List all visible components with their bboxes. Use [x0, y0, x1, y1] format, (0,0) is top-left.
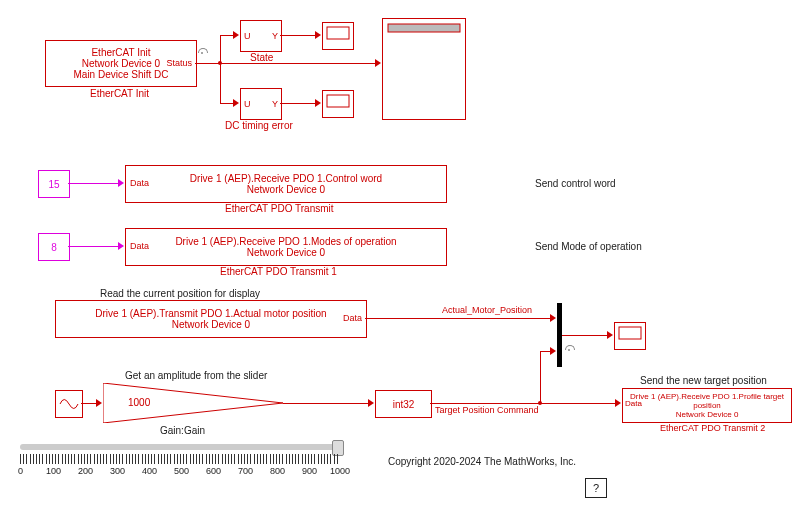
signal-actual-position: Actual_Motor_Position [442, 305, 532, 315]
pdo-transmit-1[interactable]: Data Drive 1 (AEP).Receive PDO 1.Modes o… [125, 228, 447, 266]
big-scope[interactable] [382, 18, 466, 120]
pdo-tx2-name: EtherCAT PDO Transmit 2 [660, 423, 765, 433]
state-selector-in: U [244, 31, 251, 41]
pdo-tx1-line1: Drive 1 (AEP).Receive PDO 1.Modes of ope… [175, 236, 396, 247]
pdo-rx-annot: Read the current position for display [100, 288, 260, 299]
constant-15[interactable]: 15 [38, 170, 70, 198]
pdo-rx-port: Data [343, 313, 362, 323]
dc-scope[interactable] [322, 90, 354, 118]
tick-700: 700 [238, 466, 253, 476]
tick-200: 200 [78, 466, 93, 476]
tick-800: 800 [270, 466, 285, 476]
tick-400: 400 [142, 466, 157, 476]
state-scope[interactable] [322, 22, 354, 50]
ethercat-init-block[interactable]: EtherCAT Init Network Device 0 Status Ma… [45, 40, 197, 87]
gain-slider[interactable] [20, 444, 340, 450]
gain-block[interactable]: 1000 [103, 383, 283, 423]
pdo-rx-line2: Network Device 0 [172, 319, 250, 330]
ethercat-init-name: EtherCAT Init [90, 88, 149, 99]
svg-rect-0 [327, 27, 349, 39]
pdo-rx-line1: Drive 1 (AEP).Transmit PDO 1.Actual moto… [95, 308, 326, 319]
svg-rect-2 [388, 24, 460, 32]
state-selector-label: State [250, 52, 273, 63]
pdo-tx1-name: EtherCAT PDO Transmit 1 [220, 266, 337, 277]
pdo-tx0-name: EtherCAT PDO Transmit [225, 203, 334, 214]
gain-annot: Get an amplitude from the slider [125, 370, 267, 381]
slider-ticks [20, 454, 340, 464]
help-button[interactable]: ? [585, 478, 607, 498]
state-selector-block[interactable]: U Y [240, 20, 282, 52]
tick-900: 900 [302, 466, 317, 476]
copyright: Copyright 2020-2024 The MathWorks, Inc. [388, 456, 576, 467]
pdo-tx1-annot: Send Mode of operation [535, 241, 642, 252]
ethercat-init-line1: EtherCAT Init [46, 47, 196, 58]
constant-8[interactable]: 8 [38, 233, 70, 261]
pdo-tx2-annot: Send the new target position [640, 375, 767, 386]
pdo-tx2-line1: Drive 1 (AEP).Receive PDO 1.Profile targ… [623, 392, 791, 410]
svg-rect-4 [619, 327, 641, 339]
tick-1000: 1000 [330, 466, 350, 476]
pdo-tx0-line1: Drive 1 (AEP).Receive PDO 1.Control word [190, 173, 382, 184]
tick-600: 600 [206, 466, 221, 476]
pdo-tx2-line2: Network Device 0 [676, 410, 739, 419]
pdo-transmit-0[interactable]: Data Drive 1 (AEP).Receive PDO 1.Control… [125, 165, 447, 203]
ethercat-init-line3: Main Device Shift DC [46, 69, 196, 80]
dc-selector-out: Y [272, 99, 278, 109]
pdo-tx1-port: Data [130, 241, 149, 251]
pdo-tx0-annot: Send control word [535, 178, 616, 189]
wifi-icon [198, 48, 208, 58]
svg-rect-1 [327, 95, 349, 107]
position-scope[interactable] [614, 322, 646, 350]
tick-300: 300 [110, 466, 125, 476]
tick-500: 500 [174, 466, 189, 476]
dtc-text: int32 [393, 399, 415, 410]
wifi-icon-2 [565, 345, 575, 355]
pdo-tx0-port: Data [130, 178, 149, 188]
help-icon: ? [593, 482, 599, 494]
data-type-conv[interactable]: int32 [375, 390, 432, 418]
tick-0: 0 [18, 466, 23, 476]
state-selector-out: Y [272, 31, 278, 41]
dc-selector-label: DC timing error [225, 120, 293, 131]
pdo-transmit-2[interactable]: Data Drive 1 (AEP).Receive PDO 1.Profile… [622, 388, 792, 423]
pdo-tx0-line2: Network Device 0 [247, 184, 325, 195]
pdo-receive[interactable]: Data Drive 1 (AEP).Transmit PDO 1.Actual… [55, 300, 367, 338]
sine-source[interactable] [55, 390, 83, 418]
constant-8-value: 8 [51, 242, 57, 253]
dc-selector-in: U [244, 99, 251, 109]
constant-15-value: 15 [48, 179, 59, 190]
pdo-tx2-port: Data [625, 399, 642, 408]
pdo-tx1-line2: Network Device 0 [247, 247, 325, 258]
ethercat-init-line2: Network Device 0 [82, 58, 160, 69]
gain-value: 1000 [128, 397, 150, 408]
gain-name: Gain:Gain [160, 425, 205, 436]
signal-target-position: Target Position Command [435, 405, 539, 415]
tick-100: 100 [46, 466, 61, 476]
dc-selector-block[interactable]: U Y [240, 88, 282, 120]
ethercat-init-port-status: Status [166, 58, 192, 68]
